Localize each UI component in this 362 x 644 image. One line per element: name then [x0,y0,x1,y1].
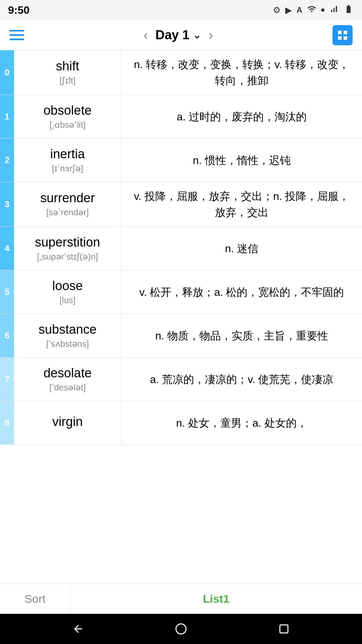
nav-title-area: ‹ Day 1 ⌄ › [140,28,216,43]
row-word: shift [ʃɪft] [14,50,121,95]
vocab-row[interactable]: 4 superstition [ˌsupərˈstɪʃ(ə)n] n. 迷信 [0,227,362,270]
play-icon: ▶ [285,5,292,15]
vocab-row[interactable]: 5 loose [lus] v. 松开，释放；a. 松的，宽松的，不牢固的 [0,270,362,314]
signal-icon [329,4,339,16]
word-text: superstition [35,235,100,250]
row-word: substance [ˈsʌbstəns] [14,314,121,357]
row-index: 8 [0,401,14,444]
status-bar: 9:50 ⚙ ▶ A [0,0,362,20]
word-text: loose [52,279,83,293]
back-button[interactable] [70,621,86,637]
row-word: virgin [14,401,121,444]
word-phonetic: [ˈsʌbstəns] [46,339,89,349]
row-definition: v. 松开，释放；a. 松的，宽松的，不牢固的 [121,270,362,314]
row-index: 1 [0,95,14,138]
word-text: substance [39,322,97,337]
word-phonetic: [səˈrendər] [46,207,89,218]
row-index: 5 [0,270,14,314]
row-word: surrender [səˈrendər] [14,182,121,226]
row-definition: n. 处女，童男；a. 处女的， [121,401,362,444]
word-phonetic: [ˈdesələt] [49,382,85,393]
row-word: loose [lus] [14,270,121,314]
prev-button[interactable]: ‹ [140,28,151,43]
word-phonetic: [ʃɪft] [60,75,76,86]
vocabulary-list: 0 shift [ʃɪft] n. 转移，改变，变换，转换；v. 转移，改变，转… [0,50,362,584]
row-word: obsolete [ˌɑbsəˈlit] [14,95,121,138]
word-text: shift [56,59,79,73]
row-index: 3 [0,182,14,226]
row-word: inertia [ɪˈnɜrʃə] [14,139,121,182]
sort-tab[interactable]: Sort [0,584,70,614]
row-definition: v. 投降，屈服，放弃，交出；n. 投降，屈服，放弃，交出 [121,182,362,226]
home-button[interactable] [173,621,189,637]
vocab-row[interactable]: 2 inertia [ɪˈnɜrʃə] n. 惯性，惰性，迟钝 [0,139,362,182]
status-icons: ⚙ ▶ A [273,4,354,16]
vocab-row[interactable]: 8 virgin n. 处女，童男；a. 处女的， [0,401,362,445]
battery-icon [343,4,354,16]
row-definition: n. 转移，改变，变换，转换；v. 转移，改变，转向，推卸 [121,50,362,95]
word-text: virgin [52,415,83,429]
vocab-row[interactable]: 0 shift [ʃɪft] n. 转移，改变，变换，转换；v. 转移，改变，转… [0,50,362,95]
status-time: 9:50 [8,4,29,16]
row-definition: n. 迷信 [121,227,362,270]
word-text: desolate [44,366,92,380]
row-word: desolate [ˈdesələt] [14,358,121,401]
recents-button[interactable] [276,621,292,637]
word-phonetic: [ˌsupərˈstɪʃ(ə)n] [37,252,98,262]
bottom-tabs: Sort List1 [0,584,362,614]
font-icon: A [297,5,302,15]
svg-rect-1 [280,625,288,633]
word-phonetic: [ˌɑbsəˈlit] [50,120,86,130]
row-index: 7 [0,358,14,401]
top-nav: ‹ Day 1 ⌄ › [0,20,362,50]
vocab-row[interactable]: 7 desolate [ˈdesələt] a. 荒凉的，凄凉的；v. 使荒芜，… [0,358,362,401]
word-text: surrender [40,191,95,205]
chevron-down-icon: ⌄ [193,29,201,41]
next-button[interactable]: › [205,28,216,43]
row-definition: a. 荒凉的，凄凉的；v. 使荒芜，使凄凉 [121,358,362,401]
vocab-row[interactable]: 1 obsolete [ˌɑbsəˈlit] a. 过时的，废弃的，淘汰的 [0,95,362,139]
row-word: superstition [ˌsupərˈstɪʃ(ə)n] [14,227,121,270]
word-phonetic: [lus] [60,295,76,306]
dot-icon [321,8,324,12]
gear-icon: ⚙ [273,5,281,15]
row-definition: a. 过时的，废弃的，淘汰的 [121,95,362,138]
row-index: 6 [0,314,14,357]
vocab-row[interactable]: 6 substance [ˈsʌbstəns] n. 物质，物品，实质，主旨，重… [0,314,362,358]
word-text: inertia [50,147,85,161]
row-definition: n. 物质，物品，实质，主旨，重要性 [121,314,362,357]
vocab-row[interactable]: 3 surrender [səˈrendər] v. 投降，屈服，放弃，交出；n… [0,182,362,227]
row-index: 0 [0,50,14,95]
grid-view-button[interactable] [333,25,353,45]
android-nav-bar [0,614,362,644]
word-phonetic: [ɪˈnɜrʃə] [52,163,83,174]
svg-point-0 [176,624,186,634]
menu-button[interactable] [9,30,24,40]
wifi-icon [307,4,316,16]
list1-tab[interactable]: List1 [70,584,362,614]
row-index: 2 [0,139,14,182]
row-definition: n. 惯性，惰性，迟钝 [121,139,362,182]
row-index: 4 [0,227,14,270]
word-text: obsolete [44,103,92,118]
nav-title[interactable]: Day 1 ⌄ [156,28,201,42]
